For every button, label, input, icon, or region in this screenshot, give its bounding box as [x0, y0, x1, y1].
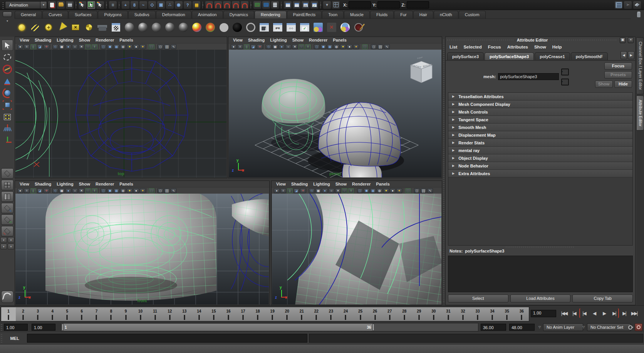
use-default-material-icon[interactable]: ◍	[334, 44, 339, 49]
xray-icon[interactable]: ✕	[79, 188, 84, 193]
expand-arrow-icon[interactable]: ▶	[452, 133, 454, 137]
lights-flat-icon[interactable]: ●	[133, 188, 139, 193]
timeline-frame[interactable]: 14	[192, 307, 206, 321]
shelf-tab[interactable]: General	[15, 11, 42, 18]
viewport-menu-item[interactable]: Show	[335, 182, 347, 186]
playback-start-field[interactable]: 1.00	[32, 324, 55, 331]
viewport-top[interactable]: ViewShadingLightingShowRendererPanels ●≡…	[15, 37, 227, 178]
shaded-cube-icon[interactable]: ◼	[320, 44, 326, 49]
timeline-frame[interactable]: 16	[221, 307, 236, 321]
copy-tab-button[interactable]: Copy Tab	[572, 294, 633, 303]
node-tab[interactable]: polySurface3	[447, 52, 484, 60]
camera-attributes-icon[interactable]: ≡	[237, 44, 243, 49]
camera-attributes-icon[interactable]: ≡	[280, 188, 286, 193]
scene-cube-icon[interactable]: ◻	[101, 44, 106, 49]
shelf-tab[interactable]: nCloth	[434, 11, 458, 18]
viewport-menu-item[interactable]: Lighting	[313, 182, 330, 186]
volume-light-icon[interactable]	[83, 21, 95, 33]
output-connections-icon[interactable]	[262, 1, 270, 9]
snap-to-projected-center-icon[interactable]	[232, 1, 240, 9]
point-light-icon[interactable]	[15, 21, 28, 33]
timeline-frame[interactable]: 30	[426, 307, 441, 321]
two-d-pan-zoom-icon[interactable]: ✛	[44, 44, 49, 49]
timeline-frame[interactable]: 4	[45, 307, 60, 321]
scene-cube-icon[interactable]: ◻	[357, 188, 363, 193]
channel-box-layer-editor-tab[interactable]: Channel Box / Layer Editor	[636, 37, 644, 94]
snap-to-point-icon[interactable]	[223, 1, 231, 9]
bookmarks-icon[interactable]: ▯	[30, 44, 36, 49]
viewport-menu-item[interactable]: Shading	[35, 182, 51, 186]
vertex-points-icon[interactable]: ∵	[342, 188, 347, 193]
select-curves-mask-icon[interactable]: ~	[139, 1, 147, 9]
lasso-select-tool[interactable]	[2, 52, 13, 63]
viewport-menu-item[interactable]: Show	[79, 38, 90, 42]
shelf-tab[interactable]: PaintEffects	[287, 11, 322, 18]
vertex-points-icon[interactable]: ∵	[299, 44, 304, 49]
smooth-shade-icon[interactable]: ▦	[59, 44, 65, 49]
shader-glow-icon[interactable]	[245, 21, 257, 33]
lights-on-icon[interactable]: ●	[127, 44, 132, 49]
timeline-frame[interactable]: 22	[309, 307, 324, 321]
image-plane-icon[interactable]: ◪	[37, 44, 43, 49]
hypershade-icon[interactable]	[312, 21, 324, 33]
viewport-menu-item[interactable]: Panels	[119, 182, 133, 186]
render-globe-icon[interactable]	[110, 21, 122, 33]
timeline-frame[interactable]: 5	[60, 307, 74, 321]
textured-cube-icon[interactable]: ▩	[114, 188, 119, 193]
command-result-field[interactable]	[309, 334, 643, 343]
two-d-pan-zoom-icon[interactable]: ✛	[257, 44, 263, 49]
notes-textarea[interactable]	[448, 256, 633, 292]
expand-arrow-icon[interactable]: ▶	[452, 172, 454, 175]
lock-selection-icon[interactable]	[193, 1, 200, 9]
select-camera-icon[interactable]: ●	[231, 44, 236, 49]
viewport-menu-item[interactable]: Shading	[248, 38, 265, 42]
snap-to-view-plane-icon[interactable]	[241, 1, 248, 9]
node-tab[interactable]: polySmoothF	[571, 52, 608, 60]
shelf-tab-switch-button[interactable]	[3, 12, 12, 17]
go-to-end-button[interactable]: ▶▶|	[629, 308, 639, 318]
outliner-pane-layout-button[interactable]	[1, 191, 13, 202]
select-component-mode-icon[interactable]	[96, 1, 104, 9]
select-dynamics-mask-icon[interactable]: ∴	[166, 1, 174, 9]
select-object-mode-icon[interactable]	[87, 1, 95, 9]
shelf-tab[interactable]: Hair	[413, 11, 433, 18]
texture-view-icon[interactable]: T	[92, 44, 97, 49]
timeline-frame[interactable]: 21	[294, 307, 309, 321]
shaded-cube-icon[interactable]: ◼	[107, 188, 113, 193]
isolate-select-icon[interactable]: ⬚	[149, 44, 154, 49]
viewport-menu-item[interactable]: Lighting	[57, 182, 73, 186]
texture-view-icon[interactable]: T	[305, 44, 311, 49]
shelf-tab[interactable]: Muscle	[344, 11, 370, 18]
shaded-sphere-icon[interactable]: ●	[322, 188, 328, 193]
range-slider-track[interactable]: 1 36	[61, 323, 478, 331]
use-default-material-icon[interactable]: ◍	[377, 188, 382, 193]
snap-to-curve-icon[interactable]	[214, 1, 222, 9]
notes-resize-handle[interactable]	[506, 246, 575, 248]
shelf-tab[interactable]: Toon	[322, 11, 344, 18]
expand-arrow-icon[interactable]: ▶	[452, 102, 454, 106]
timeline-frame[interactable]: 27	[382, 307, 397, 321]
viewport-canvas-side[interactable]: y x z	[272, 194, 441, 304]
frame-all-icon[interactable]: 回	[377, 44, 383, 49]
viewport-menu-item[interactable]: Renderer	[96, 38, 114, 42]
bookmarks-icon[interactable]: ▯	[244, 44, 250, 49]
timeline-frame[interactable]: 3	[30, 307, 45, 321]
attribute-editor-titlebar[interactable]: Attribute Editor ▣ ×	[446, 37, 635, 43]
layer-editor-toggle-icon[interactable]	[633, 1, 641, 9]
character-set-select[interactable]: No Character Set	[587, 323, 631, 331]
rotate-tool[interactable]	[2, 87, 13, 99]
timeline-frame[interactable]: 6	[74, 307, 89, 321]
anim-layer-dropdown-icon[interactable]: ▽	[537, 325, 542, 329]
attribute-editor-menu-item[interactable]: Help	[552, 45, 562, 49]
command-language-button[interactable]: MEL	[2, 336, 27, 341]
restore-panel-icon[interactable]: ▣	[620, 37, 626, 43]
attribute-editor-menu-item[interactable]: Show	[534, 45, 546, 49]
select-camera-icon[interactable]: ●	[274, 188, 280, 193]
bookmarks-icon[interactable]: ▯	[30, 188, 36, 193]
soft-modification-tool[interactable]	[2, 123, 13, 134]
shelf-tab[interactable]: Curves	[42, 11, 68, 18]
focus-button[interactable]: Focus	[604, 62, 632, 70]
tab-scroll-right-icon[interactable]: ▶	[628, 51, 634, 59]
frame-selection-icon[interactable]: ◻	[414, 188, 420, 193]
shading-map-icon[interactable]	[204, 21, 216, 33]
